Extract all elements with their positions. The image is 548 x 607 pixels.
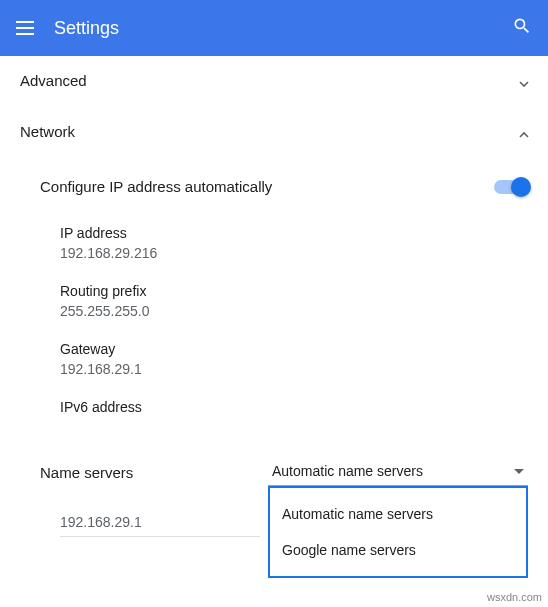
name-servers-selected[interactable]: Automatic name servers (268, 459, 528, 486)
option-google[interactable]: Google name servers (270, 532, 526, 568)
routing-label: Routing prefix (60, 283, 528, 299)
page-title: Settings (54, 18, 512, 39)
gateway-label: Gateway (60, 341, 528, 357)
toggle-knob (511, 177, 531, 197)
name-servers-label: Name servers (40, 464, 268, 481)
name-servers-row: Name servers Automatic name servers Auto… (20, 431, 528, 494)
auto-ip-row: Configure IP address automatically (20, 158, 528, 215)
section-network-label: Network (20, 123, 75, 140)
network-panel: Configure IP address automatically IP ad… (0, 158, 548, 557)
network-fields: IP address 192.168.29.216 Routing prefix… (20, 215, 528, 431)
watermark: wsxdn.com (487, 591, 542, 603)
name-servers-dropdown: Automatic name servers Google name serve… (268, 486, 528, 578)
field-ipv6: IPv6 address (60, 389, 528, 431)
field-routing: Routing prefix 255.255.255.0 (60, 273, 528, 331)
ipv6-label: IPv6 address (60, 399, 528, 415)
menu-icon[interactable] (16, 21, 34, 35)
section-advanced-label: Advanced (20, 72, 87, 89)
chevron-up-icon (518, 127, 528, 137)
section-network[interactable]: Network (0, 105, 548, 158)
name-servers-select[interactable]: Automatic name servers Automatic name se… (268, 459, 528, 486)
field-gateway: Gateway 192.168.29.1 (60, 331, 528, 389)
field-ip: IP address 192.168.29.216 (60, 215, 528, 273)
auto-ip-label: Configure IP address automatically (40, 178, 272, 195)
gateway-value: 192.168.29.1 (60, 361, 528, 377)
option-automatic[interactable]: Automatic name servers (270, 496, 526, 532)
search-icon[interactable] (512, 16, 532, 40)
ip-value: 192.168.29.216 (60, 245, 528, 261)
chevron-down-icon (518, 76, 528, 86)
settings-content: Advanced Network Configure IP address au… (0, 56, 548, 557)
ip-label: IP address (60, 225, 528, 241)
name-servers-value: 192.168.29.1 (60, 514, 260, 537)
routing-value: 255.255.255.0 (60, 303, 528, 319)
app-header: Settings (0, 0, 548, 56)
auto-ip-toggle[interactable] (494, 180, 528, 194)
name-servers-selected-text: Automatic name servers (272, 463, 423, 479)
section-advanced[interactable]: Advanced (0, 56, 548, 105)
dropdown-triangle-icon (514, 469, 524, 474)
